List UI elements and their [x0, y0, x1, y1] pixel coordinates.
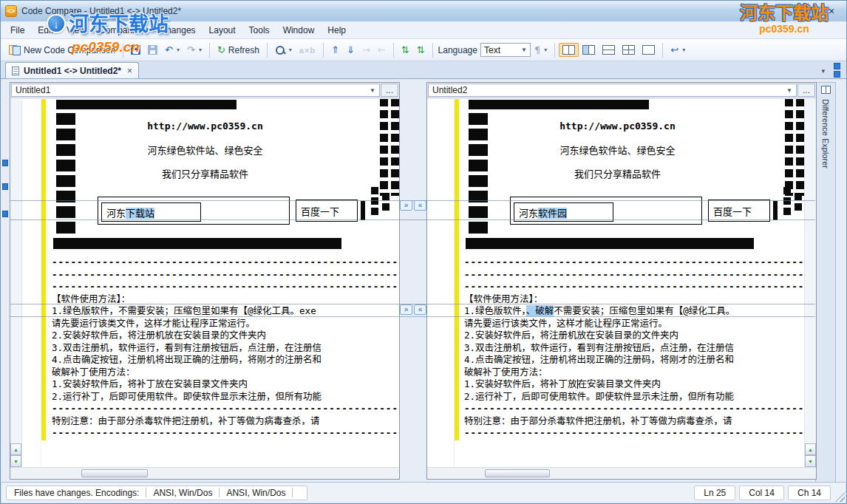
difference-explorer-tab[interactable]: Difference Explorer: [815, 82, 836, 483]
word-wrap-button[interactable]: ↩ ▾: [667, 43, 689, 57]
file-selector[interactable]: Untitled2 ▼: [428, 84, 797, 97]
next-difference-button[interactable]: ⇅: [413, 43, 429, 57]
first-change-button[interactable]: ⇑: [327, 43, 343, 57]
forward-icon: →: [362, 45, 370, 55]
banner-block: [371, 187, 378, 217]
merge-to-right-button[interactable]: »: [400, 304, 412, 315]
new-comparison-button[interactable]: New Code Comparison: [5, 43, 119, 58]
menu-item-file[interactable]: File: [4, 23, 31, 38]
back-icon: ←: [378, 45, 386, 55]
merge-to-left-button[interactable]: «: [414, 304, 426, 315]
save-button[interactable]: [127, 43, 144, 57]
code-text: 请先要运行该类文件，这样才能让程序正常运行。: [52, 318, 255, 329]
code-line: 破解补丁使用方法：: [52, 367, 399, 379]
banner-slogan-2: 我们只分享精品软件: [96, 166, 314, 180]
editor-content[interactable]: http://www.pc0359.cn 河东绿色软件站、绿色安全 我们只分享精…: [22, 99, 399, 467]
diff-map-markers-top: [834, 63, 840, 78]
tab-comparison[interactable]: Untitled1 <-> Untitled2* ×: [5, 62, 139, 78]
undo-button[interactable]: ↶ ▾: [161, 43, 183, 57]
tab-strip: Untitled1 <-> Untitled2* × ▾: [1, 61, 846, 79]
code-text: 1.绿色版软件，: [464, 305, 526, 316]
layout-side-by-side-icon: [562, 45, 575, 55]
close-button[interactable]: ×: [821, 4, 842, 18]
find-button[interactable]: ▾: [271, 43, 296, 58]
diff-marker: [834, 71, 840, 78]
menu-item-window[interactable]: Window: [276, 23, 322, 38]
work-area: » « » « Untitled1 ▼ ... ▲ ▼: [1, 79, 846, 483]
find-replace-button[interactable]: a×b: [296, 44, 319, 57]
menu-item-layout[interactable]: Layout: [203, 23, 242, 38]
app-icon: <>: [5, 5, 17, 17]
code-text: 3.双击注册机，软件运行，看到有注册按钮后，点注册，在注册信: [464, 342, 734, 353]
prev-change-button[interactable]: ▲: [10, 443, 21, 455]
banner-baidu-box: 百度一下: [708, 200, 770, 222]
layout-single-button[interactable]: [639, 43, 659, 57]
vertical-scrollbar[interactable]: ▲ ▼: [804, 99, 816, 467]
format-options-button[interactable]: ¶ ▾: [531, 43, 551, 57]
banner-left-column: [469, 113, 488, 237]
layout-left-focus-button[interactable]: [579, 43, 599, 57]
resize-grip[interactable]: [835, 492, 845, 502]
code-line: ----------------------------------------…: [52, 403, 399, 415]
next-change-button[interactable]: ▼: [805, 455, 816, 467]
code-line: ----------------------------------------…: [52, 427, 399, 440]
combo-arrow-icon: ▼: [786, 87, 792, 94]
browse-button[interactable]: ...: [797, 84, 815, 97]
layout-grid-button[interactable]: [619, 43, 639, 57]
layout-top-bottom-button[interactable]: [599, 43, 619, 57]
editor-content[interactable]: http://www.pc0359.cn 河东绿色软件站、绿色安全 我们只分享精…: [427, 99, 804, 467]
horizontal-scrollbar[interactable]: [427, 467, 816, 479]
banner-block: [783, 187, 791, 217]
next-change-button[interactable]: ▼: [10, 455, 21, 467]
maximize-button[interactable]: □: [797, 4, 818, 18]
menu-item-edit[interactable]: Edit: [31, 23, 60, 38]
editor-gutter: [427, 99, 455, 467]
toolbar-separator: [209, 43, 210, 58]
menu-item-view[interactable]: View: [60, 23, 92, 38]
last-change-button[interactable]: ⇓: [343, 43, 358, 57]
banner-right-column: [380, 99, 388, 196]
file-selector[interactable]: Untitled1 ▼: [11, 84, 380, 97]
layout-side-by-side-button[interactable]: [559, 43, 579, 57]
layout-top-bottom-icon: [602, 45, 615, 55]
merge-to-left-button[interactable]: «: [414, 200, 426, 211]
scrollbar-thumb[interactable]: [485, 469, 550, 477]
text-area: http://www.pc0359.cn 河东绿色软件站、绿色安全 我们只分享精…: [52, 99, 399, 467]
code-text: 【软件使用方法】：: [464, 293, 542, 304]
menu-item-help[interactable]: Help: [321, 23, 353, 38]
menu-item-changes[interactable]: Changes: [154, 23, 203, 38]
diff-overview-map[interactable]: [1, 79, 10, 483]
prev-difference-button[interactable]: ⇅: [398, 43, 413, 57]
menu-item-tools[interactable]: Tools: [242, 23, 276, 38]
code-text: 1.绿色版软件，不需要安装；压缩包里如果有【@绿化工具。exe: [52, 305, 316, 316]
merge-to-right-button[interactable]: »: [400, 200, 412, 211]
banner-right-column: [796, 99, 804, 196]
horizontal-scrollbar[interactable]: [10, 467, 399, 479]
scrollbar-thumb[interactable]: [81, 469, 148, 477]
code-line: 请先要运行该类文件，这样才能让程序正常运行。: [464, 318, 804, 330]
redo-button[interactable]: ↷ ▾: [183, 43, 205, 57]
nav-back-button[interactable]: ←: [374, 43, 390, 57]
code-text: 请先要运行该类文件，这样才能让程序正常运行。: [464, 318, 667, 329]
prev-change-button[interactable]: ▲: [805, 443, 816, 455]
diff-connector-line: [10, 316, 815, 317]
code-line: 1.安装好软件后，将补丁放在安装目录文件夹内: [464, 378, 804, 391]
pane-header: Untitled1 ▼ ...: [10, 83, 399, 98]
save-all-button[interactable]: [144, 43, 161, 57]
nav-forward-button[interactable]: →: [358, 43, 374, 57]
tab-overflow-button[interactable]: ▾: [818, 66, 828, 76]
tab-close-icon[interactable]: ×: [127, 66, 132, 76]
language-combo-arrow-icon: ▼: [521, 47, 527, 53]
diff-connector-line: [10, 219, 815, 220]
difference-explorer-icon: [821, 86, 831, 94]
minimize-button[interactable]: –: [774, 4, 795, 18]
vertical-scrollbar[interactable]: ▲ ▼: [10, 99, 22, 467]
banner-site-text: 河东: [106, 208, 126, 219]
code-lines: ----------------------------------------…: [464, 256, 804, 440]
toolbar-separator: [393, 43, 394, 58]
browse-button[interactable]: ...: [381, 84, 398, 97]
refresh-button[interactable]: ↻ Refresh: [214, 43, 263, 58]
menu-item-comparison[interactable]: Comparison: [92, 23, 154, 38]
code-line: 2.安装好软件后，将注册机放在安装目录的文件夹内: [464, 330, 804, 342]
language-combobox[interactable]: Text ▼: [480, 43, 531, 57]
